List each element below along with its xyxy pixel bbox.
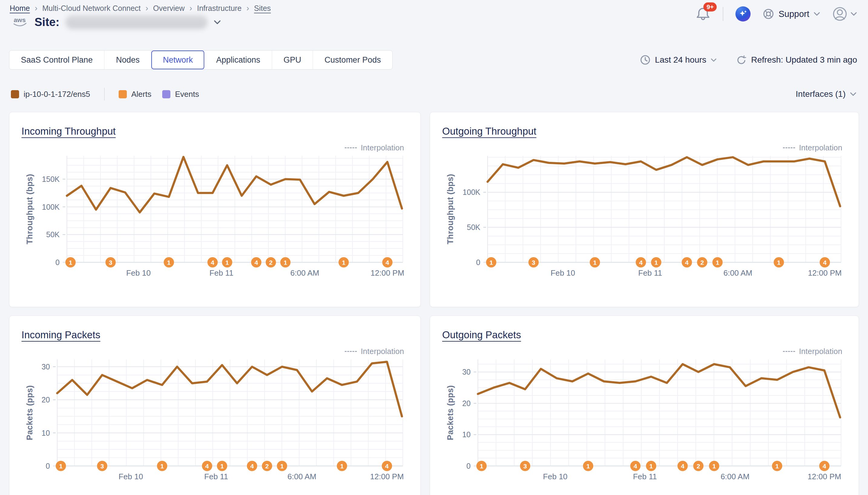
- alert-badge[interactable]: 4: [207, 257, 218, 268]
- svg-text:2: 2: [269, 259, 273, 266]
- alert-badge[interactable]: 1: [651, 257, 661, 268]
- alert-badge[interactable]: 1: [337, 461, 347, 471]
- tab-nodes[interactable]: Nodes: [104, 51, 151, 69]
- legend-alerts[interactable]: Alerts: [119, 89, 151, 99]
- alert-badge[interactable]: 4: [202, 461, 212, 471]
- chart-title-link[interactable]: Outgoing Packets: [442, 329, 521, 341]
- alert-badge[interactable]: 1: [590, 257, 600, 268]
- alert-badge[interactable]: 3: [97, 461, 107, 471]
- alert-badge[interactable]: 1: [646, 461, 656, 471]
- svg-text:3: 3: [109, 259, 113, 266]
- breadcrumb-sites[interactable]: Sites: [254, 4, 271, 13]
- chart-card-outgoing-packets: Outgoing Packets Interpolation 0102030Fe…: [430, 315, 859, 495]
- alert-badge[interactable]: 1: [583, 461, 593, 471]
- tab-saas-control-plane[interactable]: SaaS Control Plane: [10, 51, 104, 69]
- breadcrumb-multi-cloud-network-connect[interactable]: Multi-Cloud Network Connect: [42, 4, 141, 13]
- alert-badge[interactable]: 4: [820, 257, 830, 268]
- svg-text:4: 4: [639, 259, 643, 266]
- svg-text:1: 1: [220, 463, 224, 470]
- events-swatch: [162, 90, 170, 98]
- alert-badge[interactable]: 3: [105, 257, 116, 268]
- alert-badge[interactable]: 2: [266, 257, 276, 268]
- chevron-down-icon[interactable]: [214, 20, 221, 24]
- svg-text:4: 4: [386, 259, 389, 266]
- svg-text:1: 1: [712, 463, 716, 470]
- alert-badge[interactable]: 4: [682, 257, 692, 268]
- alert-badge[interactable]: 4: [382, 257, 393, 268]
- support-menu[interactable]: Support: [763, 8, 820, 20]
- alert-badge[interactable]: 2: [697, 257, 707, 268]
- alert-badge[interactable]: 1: [217, 461, 227, 471]
- account-menu[interactable]: [832, 6, 857, 21]
- alert-badge[interactable]: 1: [772, 461, 782, 471]
- interfaces-dropdown[interactable]: Interfaces (1): [796, 89, 856, 99]
- alert-badge[interactable]: 1: [339, 257, 349, 268]
- svg-text:Feb 10: Feb 10: [550, 268, 575, 277]
- alert-badge[interactable]: 4: [635, 257, 646, 268]
- breadcrumb-home[interactable]: Home: [10, 4, 30, 13]
- alert-badge[interactable]: 1: [157, 461, 167, 471]
- interpolation-dash-icon: [345, 147, 357, 148]
- svg-text:2: 2: [697, 463, 700, 470]
- svg-text:3: 3: [532, 259, 535, 266]
- alert-badge[interactable]: 1: [56, 461, 66, 471]
- interpolation-label: Interpolation: [361, 347, 404, 356]
- alert-badge[interactable]: 2: [262, 461, 272, 471]
- tab-applications[interactable]: Applications: [205, 51, 272, 69]
- chevron-down-icon: [850, 92, 856, 96]
- alert-badge[interactable]: 4: [677, 461, 687, 471]
- time-range-dropdown[interactable]: Last 24 hours: [640, 54, 717, 65]
- alert-badge[interactable]: 1: [222, 257, 232, 268]
- site-label: Site:: [34, 16, 59, 29]
- svg-text:1: 1: [489, 259, 493, 266]
- chart-title-link[interactable]: Incoming Packets: [21, 329, 100, 341]
- tab-gpu[interactable]: GPU: [272, 51, 313, 69]
- refresh-button[interactable]: Refresh: Updated 3 min ago: [736, 54, 857, 65]
- alert-badge[interactable]: 1: [476, 461, 487, 471]
- notifications-button[interactable]: 9+: [696, 6, 711, 22]
- breadcrumb-separator: ›: [35, 4, 37, 13]
- alert-badge[interactable]: 4: [382, 461, 392, 471]
- svg-text:4: 4: [681, 463, 685, 470]
- alert-badge[interactable]: 1: [277, 461, 287, 471]
- legend-interface[interactable]: ip-10-0-1-172/ens5: [11, 89, 90, 99]
- svg-text:1: 1: [777, 259, 781, 266]
- legend-events[interactable]: Events: [162, 89, 199, 99]
- aws-logo-text: aws: [14, 16, 26, 23]
- svg-text:Throughput (bps): Throughput (bps): [446, 174, 455, 244]
- alert-badge[interactable]: 1: [773, 257, 784, 268]
- svg-text:2: 2: [265, 463, 269, 470]
- ai-assistant-button[interactable]: [735, 6, 751, 21]
- alert-badge[interactable]: 1: [65, 257, 76, 268]
- alerts-swatch: [119, 90, 127, 98]
- alert-badge[interactable]: 3: [528, 257, 539, 268]
- alert-badge[interactable]: 3: [520, 461, 530, 471]
- breadcrumb-overview[interactable]: Overview: [153, 4, 185, 13]
- chart-legend: Interpolation: [442, 142, 847, 153]
- account-icon: [832, 6, 847, 21]
- alert-badge[interactable]: 4: [630, 461, 641, 471]
- svg-text:1: 1: [586, 463, 590, 470]
- interpolation-label: Interpolation: [361, 143, 404, 153]
- alert-badge[interactable]: 1: [280, 257, 291, 268]
- alert-badge[interactable]: 1: [709, 461, 719, 471]
- svg-text:1: 1: [225, 259, 229, 266]
- alert-badge[interactable]: 2: [693, 461, 704, 471]
- site-name-redacted[interactable]: [65, 15, 208, 29]
- alert-badge[interactable]: 1: [486, 257, 496, 268]
- alert-badge[interactable]: 4: [247, 461, 257, 471]
- alert-badge[interactable]: 4: [251, 257, 261, 268]
- svg-text:10: 10: [41, 429, 50, 437]
- alert-badge[interactable]: 1: [712, 257, 723, 268]
- chart-title-link[interactable]: Outgoing Throughput: [442, 125, 536, 137]
- chart-title-link[interactable]: Incoming Throughput: [21, 125, 116, 137]
- svg-text:1: 1: [160, 463, 164, 470]
- alert-badge[interactable]: 1: [164, 257, 174, 268]
- tab-network[interactable]: Network: [151, 51, 205, 69]
- alert-badge[interactable]: 4: [819, 461, 830, 471]
- chart-svg: 050K100K150KFeb 10Feb 116:00 AM12:00 PMT…: [21, 153, 408, 284]
- sparkle-icon: [738, 9, 748, 19]
- chart-legend: Interpolation: [442, 346, 847, 356]
- breadcrumb-infrastructure[interactable]: Infrastructure: [197, 4, 241, 13]
- tab-customer-pods[interactable]: Customer Pods: [313, 51, 392, 69]
